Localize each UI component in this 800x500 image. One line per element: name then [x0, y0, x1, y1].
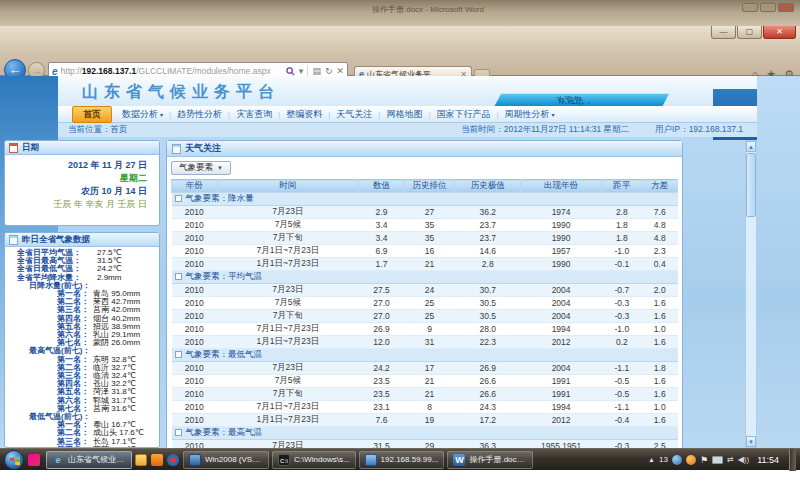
display-tray-icon[interactable]: [712, 456, 723, 464]
group-checkbox[interactable]: [175, 351, 182, 358]
date-panel-header: 日期: [5, 141, 159, 155]
show-desktop-button[interactable]: [789, 449, 796, 471]
nav-item-1[interactable]: 首页: [72, 106, 112, 123]
minimize-button[interactable]: —: [711, 26, 736, 39]
table-cell: 2.5: [642, 440, 677, 449]
content-scrollbar[interactable]: ▲ ▼: [745, 140, 757, 448]
date-panel: 日期 2012 年 11 月 27 日 星期二 农历 10 月 14 日 壬辰 …: [4, 140, 160, 226]
pinned-app-icon[interactable]: [28, 454, 40, 466]
table-row[interactable]: 20107月下旬23.52126.61991-0.51.6: [172, 388, 678, 401]
table-row[interactable]: 20107月23日31.52936.31955,1951-0.32.5: [172, 440, 678, 449]
group-checkbox[interactable]: [175, 195, 182, 202]
date-lunar: 农历 10 月 14 日: [5, 185, 147, 198]
orange-quicklaunch-icon[interactable]: [151, 454, 163, 466]
table-cell: 7月23日: [217, 206, 359, 219]
nav-item-3[interactable]: 趋势性分析: [171, 108, 228, 121]
page-title: 山东省气候业务平台: [82, 82, 280, 103]
table-row[interactable]: 20107月下旬27.02530.52004-0.31.6: [172, 310, 678, 323]
table-cell: 17: [404, 362, 455, 375]
column-header[interactable]: 年份: [172, 180, 218, 193]
breadcrumb: 当前位置：首页: [58, 124, 461, 136]
refresh-icon[interactable]: ↻: [325, 66, 333, 76]
column-header[interactable]: 数值: [359, 180, 405, 193]
group-checkbox[interactable]: [175, 273, 182, 280]
table-cell: 31.5: [359, 440, 405, 449]
date-weekday: 星期二: [5, 172, 147, 185]
table-row[interactable]: 20107月1日~7月23日26.9928.01994-1.01.0: [172, 323, 678, 336]
user-ip: 用户IP：192.168.137.1: [655, 124, 743, 136]
group-label: 气象要素：平均气温: [186, 271, 263, 281]
table-cell: 7月1日~7月23日: [217, 245, 359, 258]
column-header[interactable]: 历史极值: [455, 180, 521, 193]
nav-item-7[interactable]: 网格地图: [380, 108, 428, 121]
nav-item-5[interactable]: 整编资料: [280, 108, 328, 121]
search-dropdown-icon[interactable]: ▾: [299, 66, 304, 76]
globe-tray-icon[interactable]: [672, 455, 682, 465]
group-header-row: 气象要素：平均气温: [172, 271, 678, 284]
table-cell: -1.0: [602, 323, 642, 336]
table-cell: 24: [404, 284, 455, 297]
group-checkbox[interactable]: [175, 429, 182, 436]
player-quicklaunch-icon[interactable]: [167, 454, 179, 466]
task-button[interactable]: Win2008 (VS2...: [183, 451, 269, 469]
task-button[interactable]: W操作手册.docx ...: [447, 451, 533, 469]
browser-tray-icon[interactable]: [686, 455, 696, 465]
maximize-button[interactable]: ▢: [737, 26, 762, 39]
table-row[interactable]: 20107月23日24.21726.92004-1.11.8: [172, 362, 678, 375]
table-row[interactable]: 20107月5候23.52126.61991-0.51.6: [172, 375, 678, 388]
table-cell: 2010: [172, 388, 218, 401]
nav-item-9[interactable]: 周期性分析▾: [499, 108, 561, 121]
compatibility-view-icon[interactable]: ▤: [312, 66, 321, 76]
close-button[interactable]: ✕: [763, 26, 796, 39]
table-row[interactable]: 20107月下旬3.43523.719901.84.8: [172, 232, 678, 245]
table-row[interactable]: 20107月5候27.02530.52004-0.31.6: [172, 297, 678, 310]
nav-item-2[interactable]: 数据分析▾: [116, 108, 169, 121]
task-button[interactable]: C:\C:\Windows\s...: [272, 451, 356, 469]
window-controls: — ▢ ✕: [711, 26, 796, 39]
action-center-flag-icon[interactable]: ⚑: [700, 455, 708, 465]
column-header[interactable]: 时间: [217, 180, 359, 193]
table-cell: 21: [404, 388, 455, 401]
table-cell: 4.8: [642, 232, 677, 245]
column-header[interactable]: 历史排位: [404, 180, 455, 193]
table-row[interactable]: 20107月23日27.52430.72004-0.72.0: [172, 284, 678, 297]
task-button[interactable]: 192.168.59.99...: [359, 451, 445, 469]
nav-item-4[interactable]: 灾害查询: [230, 108, 278, 121]
stop-icon[interactable]: ✕: [336, 66, 344, 76]
table-row[interactable]: 20107月5候3.43523.719901.84.8: [172, 219, 678, 232]
url-text[interactable]: http://192.168.137.1/GLCCLIMATE/modules/…: [61, 66, 286, 76]
taskbar-clock[interactable]: 11:54: [757, 455, 779, 465]
task-button[interactable]: e山东省气候业务平...: [46, 451, 132, 469]
scrollbar-thumb[interactable]: [746, 153, 756, 217]
table-cell: 7月1日~7月23日: [217, 323, 359, 336]
table-cell: 2004: [521, 284, 602, 297]
table-row[interactable]: 20107月1日~7月23日23.1824.31994-1.11.0: [172, 401, 678, 414]
scroll-down-icon[interactable]: ▼: [746, 436, 756, 447]
table-cell: 7月23日: [217, 362, 359, 375]
background-window-title: 操作手册.docx - Microsoft Word: [372, 4, 484, 15]
volume-tray-icon[interactable]: ◀)): [738, 455, 749, 464]
table-cell: 0.2: [602, 336, 642, 349]
nav-item-8[interactable]: 国家下行产品: [430, 108, 496, 121]
table-cell: 1990: [521, 258, 602, 271]
scroll-up-icon[interactable]: ▲: [746, 141, 756, 152]
table-cell: 2010: [172, 401, 218, 414]
table-row[interactable]: 20101月1日~7月23日1.7212.81990-0.10.4: [172, 258, 678, 271]
table-row[interactable]: 20101月1日~7月23日12.03122.320120.21.6: [172, 336, 678, 349]
element-filter-button[interactable]: 气象要素▼: [171, 161, 231, 175]
network-tray-icon[interactable]: ⇄: [727, 455, 734, 464]
column-header[interactable]: 距平: [602, 180, 642, 193]
search-icon[interactable]: [286, 67, 295, 76]
table-cell: 0.4: [642, 258, 677, 271]
table-row[interactable]: 20101月1日~7月23日7.61917.22012-0.41.6: [172, 414, 678, 427]
table-row[interactable]: 20107月1日~7月23日6.91614.61957-1.02.3: [172, 245, 678, 258]
tray-expand-icon[interactable]: ▲: [648, 456, 655, 463]
start-button[interactable]: [4, 450, 24, 470]
table-cell: 7月1日~7月23日: [217, 401, 359, 414]
folder-quicklaunch-icon[interactable]: [135, 454, 147, 466]
column-header[interactable]: 方差: [642, 180, 677, 193]
table-row[interactable]: 20107月23日2.92736.219742.87.6: [172, 206, 678, 219]
table-cell: 23.1: [359, 401, 405, 414]
column-header[interactable]: 出现年份: [521, 180, 602, 193]
nav-item-6[interactable]: 天气关注: [330, 108, 378, 121]
